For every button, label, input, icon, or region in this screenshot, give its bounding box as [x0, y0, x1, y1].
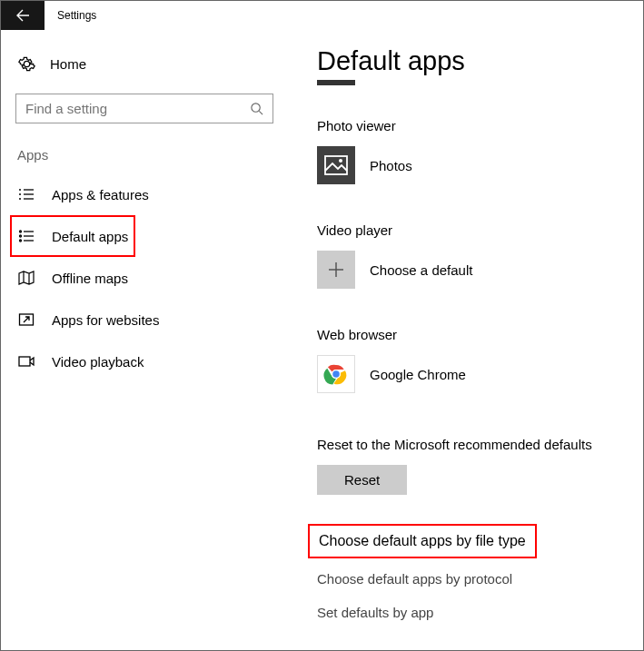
svg-rect-15	[19, 357, 30, 366]
sidebar-item-label: Offline maps	[52, 271, 128, 286]
list-icon	[17, 185, 35, 203]
app-row-photo-viewer[interactable]: Photos	[317, 146, 625, 184]
sidebar-item-label: Default apps	[52, 229, 128, 244]
app-row-video-player[interactable]: Choose a default	[317, 251, 625, 289]
search-icon	[250, 102, 263, 115]
app-label: Google Chrome	[370, 367, 466, 382]
section-web-browser: Web browser	[317, 327, 625, 342]
sidebar: Home Apps Apps & features Default apps	[1, 30, 288, 650]
gear-icon	[17, 55, 35, 73]
app-row-web-browser[interactable]: Google Chrome	[317, 355, 625, 393]
window-title: Settings	[57, 9, 96, 22]
app-label: Choose a default	[370, 262, 472, 278]
svg-rect-16	[325, 156, 347, 174]
sidebar-item-default-apps[interactable]: Default apps	[10, 215, 135, 257]
photos-app-icon	[317, 146, 355, 184]
search-box[interactable]	[15, 94, 273, 123]
plus-icon	[317, 251, 355, 289]
sidebar-item-apps-features[interactable]: Apps & features	[15, 173, 273, 215]
svg-point-8	[20, 231, 22, 232]
svg-point-0	[252, 104, 260, 112]
sidebar-item-label: Apps & features	[52, 187, 149, 202]
video-icon	[17, 352, 35, 370]
open-icon	[17, 311, 35, 329]
sidebar-item-apps-websites[interactable]: Apps for websites	[15, 299, 273, 340]
app-label: Photos	[370, 158, 412, 173]
sidebar-home-label: Home	[50, 56, 86, 72]
svg-point-10	[20, 235, 22, 237]
chrome-app-icon	[317, 355, 355, 393]
defaults-icon	[17, 227, 35, 245]
main-content: Default apps Photo viewer Photos Video p…	[288, 30, 643, 650]
reset-description: Reset to the Microsoft recommended defau…	[317, 437, 625, 452]
link-label: Set defaults by app	[317, 605, 433, 620]
map-icon	[17, 269, 35, 287]
section-video-player: Video player	[317, 222, 625, 238]
sidebar-item-video-playback[interactable]: Video playback	[15, 340, 273, 382]
page-title: Default apps	[317, 46, 625, 76]
sidebar-item-label: Video playback	[52, 354, 144, 370]
link-label: Choose default apps by protocol	[317, 571, 512, 587]
back-button[interactable]	[1, 1, 45, 30]
sidebar-home[interactable]: Home	[15, 43, 273, 84]
section-photo-viewer: Photo viewer	[317, 118, 625, 133]
link-file-type[interactable]: Choose default apps by file type	[317, 524, 625, 562]
reset-button[interactable]: Reset	[317, 465, 407, 495]
sidebar-item-label: Apps for websites	[52, 312, 159, 328]
svg-point-17	[339, 159, 342, 163]
sidebar-item-offline-maps[interactable]: Offline maps	[15, 257, 273, 299]
link-protocol[interactable]: Choose default apps by protocol	[317, 562, 625, 596]
svg-line-1	[259, 111, 263, 114]
arrow-left-icon	[15, 7, 31, 24]
progress-indicator	[317, 80, 355, 85]
sidebar-category: Apps	[15, 147, 273, 163]
titlebar: Settings	[1, 1, 643, 30]
svg-point-12	[20, 240, 22, 242]
search-input[interactable]	[25, 101, 250, 116]
link-label: Choose default apps by file type	[308, 524, 537, 558]
link-by-app[interactable]: Set defaults by app	[317, 596, 625, 629]
